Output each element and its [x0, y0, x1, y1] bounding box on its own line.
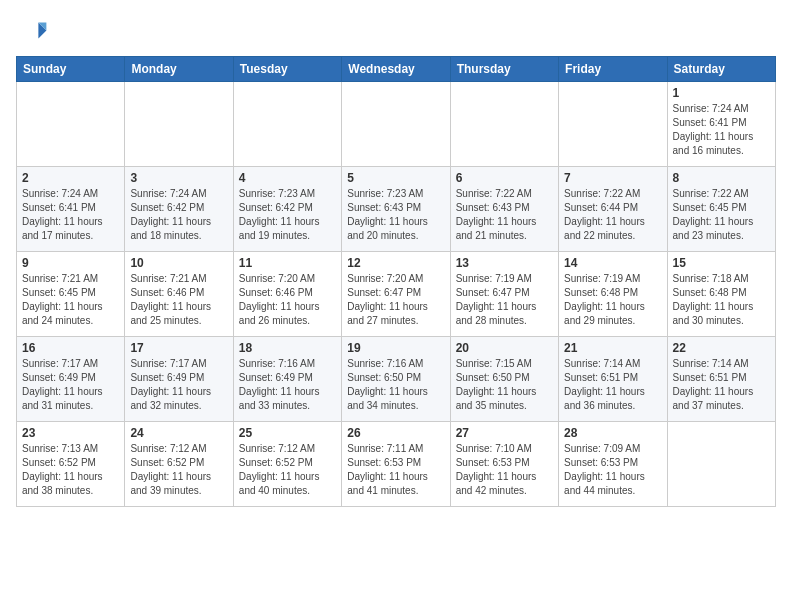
calendar-cell: 16Sunrise: 7:17 AM Sunset: 6:49 PM Dayli…	[17, 337, 125, 422]
calendar-cell: 17Sunrise: 7:17 AM Sunset: 6:49 PM Dayli…	[125, 337, 233, 422]
day-number: 4	[239, 171, 336, 185]
day-number: 2	[22, 171, 119, 185]
day-info: Sunrise: 7:21 AM Sunset: 6:46 PM Dayligh…	[130, 272, 227, 328]
calendar-cell: 24Sunrise: 7:12 AM Sunset: 6:52 PM Dayli…	[125, 422, 233, 507]
day-header-monday: Monday	[125, 57, 233, 82]
calendar-cell: 13Sunrise: 7:19 AM Sunset: 6:47 PM Dayli…	[450, 252, 558, 337]
calendar-cell: 5Sunrise: 7:23 AM Sunset: 6:43 PM Daylig…	[342, 167, 450, 252]
logo	[16, 16, 52, 48]
day-number: 20	[456, 341, 553, 355]
day-info: Sunrise: 7:14 AM Sunset: 6:51 PM Dayligh…	[564, 357, 661, 413]
calendar-week-row: 1Sunrise: 7:24 AM Sunset: 6:41 PM Daylig…	[17, 82, 776, 167]
day-number: 25	[239, 426, 336, 440]
calendar-cell	[17, 82, 125, 167]
day-info: Sunrise: 7:24 AM Sunset: 6:41 PM Dayligh…	[22, 187, 119, 243]
calendar-week-row: 23Sunrise: 7:13 AM Sunset: 6:52 PM Dayli…	[17, 422, 776, 507]
page-header	[16, 16, 776, 48]
day-number: 11	[239, 256, 336, 270]
day-number: 10	[130, 256, 227, 270]
calendar-cell: 3Sunrise: 7:24 AM Sunset: 6:42 PM Daylig…	[125, 167, 233, 252]
day-number: 21	[564, 341, 661, 355]
calendar-week-row: 2Sunrise: 7:24 AM Sunset: 6:41 PM Daylig…	[17, 167, 776, 252]
day-info: Sunrise: 7:10 AM Sunset: 6:53 PM Dayligh…	[456, 442, 553, 498]
calendar-cell: 20Sunrise: 7:15 AM Sunset: 6:50 PM Dayli…	[450, 337, 558, 422]
calendar-cell: 27Sunrise: 7:10 AM Sunset: 6:53 PM Dayli…	[450, 422, 558, 507]
day-number: 19	[347, 341, 444, 355]
day-info: Sunrise: 7:19 AM Sunset: 6:47 PM Dayligh…	[456, 272, 553, 328]
day-number: 5	[347, 171, 444, 185]
day-number: 16	[22, 341, 119, 355]
day-info: Sunrise: 7:23 AM Sunset: 6:42 PM Dayligh…	[239, 187, 336, 243]
calendar-cell: 9Sunrise: 7:21 AM Sunset: 6:45 PM Daylig…	[17, 252, 125, 337]
day-info: Sunrise: 7:20 AM Sunset: 6:47 PM Dayligh…	[347, 272, 444, 328]
day-info: Sunrise: 7:16 AM Sunset: 6:49 PM Dayligh…	[239, 357, 336, 413]
calendar-cell: 28Sunrise: 7:09 AM Sunset: 6:53 PM Dayli…	[559, 422, 667, 507]
logo-icon	[16, 16, 48, 48]
day-info: Sunrise: 7:24 AM Sunset: 6:42 PM Dayligh…	[130, 187, 227, 243]
day-number: 7	[564, 171, 661, 185]
day-header-friday: Friday	[559, 57, 667, 82]
day-number: 3	[130, 171, 227, 185]
day-number: 9	[22, 256, 119, 270]
day-number: 22	[673, 341, 770, 355]
day-info: Sunrise: 7:22 AM Sunset: 6:45 PM Dayligh…	[673, 187, 770, 243]
calendar-cell: 6Sunrise: 7:22 AM Sunset: 6:43 PM Daylig…	[450, 167, 558, 252]
calendar-cell: 23Sunrise: 7:13 AM Sunset: 6:52 PM Dayli…	[17, 422, 125, 507]
day-info: Sunrise: 7:15 AM Sunset: 6:50 PM Dayligh…	[456, 357, 553, 413]
calendar-cell: 12Sunrise: 7:20 AM Sunset: 6:47 PM Dayli…	[342, 252, 450, 337]
day-number: 15	[673, 256, 770, 270]
day-info: Sunrise: 7:14 AM Sunset: 6:51 PM Dayligh…	[673, 357, 770, 413]
day-number: 6	[456, 171, 553, 185]
day-number: 24	[130, 426, 227, 440]
calendar-cell: 14Sunrise: 7:19 AM Sunset: 6:48 PM Dayli…	[559, 252, 667, 337]
calendar-cell: 4Sunrise: 7:23 AM Sunset: 6:42 PM Daylig…	[233, 167, 341, 252]
day-info: Sunrise: 7:09 AM Sunset: 6:53 PM Dayligh…	[564, 442, 661, 498]
day-info: Sunrise: 7:22 AM Sunset: 6:43 PM Dayligh…	[456, 187, 553, 243]
day-info: Sunrise: 7:22 AM Sunset: 6:44 PM Dayligh…	[564, 187, 661, 243]
day-info: Sunrise: 7:24 AM Sunset: 6:41 PM Dayligh…	[673, 102, 770, 158]
calendar-cell: 2Sunrise: 7:24 AM Sunset: 6:41 PM Daylig…	[17, 167, 125, 252]
day-number: 18	[239, 341, 336, 355]
day-number: 8	[673, 171, 770, 185]
calendar-cell: 26Sunrise: 7:11 AM Sunset: 6:53 PM Dayli…	[342, 422, 450, 507]
day-info: Sunrise: 7:16 AM Sunset: 6:50 PM Dayligh…	[347, 357, 444, 413]
calendar-cell	[559, 82, 667, 167]
day-header-tuesday: Tuesday	[233, 57, 341, 82]
calendar-week-row: 9Sunrise: 7:21 AM Sunset: 6:45 PM Daylig…	[17, 252, 776, 337]
day-info: Sunrise: 7:17 AM Sunset: 6:49 PM Dayligh…	[130, 357, 227, 413]
calendar-cell: 8Sunrise: 7:22 AM Sunset: 6:45 PM Daylig…	[667, 167, 775, 252]
calendar-cell: 21Sunrise: 7:14 AM Sunset: 6:51 PM Dayli…	[559, 337, 667, 422]
calendar-cell: 1Sunrise: 7:24 AM Sunset: 6:41 PM Daylig…	[667, 82, 775, 167]
day-number: 23	[22, 426, 119, 440]
day-info: Sunrise: 7:19 AM Sunset: 6:48 PM Dayligh…	[564, 272, 661, 328]
day-info: Sunrise: 7:17 AM Sunset: 6:49 PM Dayligh…	[22, 357, 119, 413]
calendar-cell	[125, 82, 233, 167]
day-info: Sunrise: 7:12 AM Sunset: 6:52 PM Dayligh…	[130, 442, 227, 498]
calendar-cell: 18Sunrise: 7:16 AM Sunset: 6:49 PM Dayli…	[233, 337, 341, 422]
calendar-cell: 11Sunrise: 7:20 AM Sunset: 6:46 PM Dayli…	[233, 252, 341, 337]
day-number: 28	[564, 426, 661, 440]
calendar-cell	[233, 82, 341, 167]
calendar-header-row: SundayMondayTuesdayWednesdayThursdayFrid…	[17, 57, 776, 82]
day-number: 27	[456, 426, 553, 440]
calendar-table: SundayMondayTuesdayWednesdayThursdayFrid…	[16, 56, 776, 507]
day-number: 12	[347, 256, 444, 270]
day-number: 13	[456, 256, 553, 270]
calendar-cell	[342, 82, 450, 167]
day-header-thursday: Thursday	[450, 57, 558, 82]
calendar-cell: 19Sunrise: 7:16 AM Sunset: 6:50 PM Dayli…	[342, 337, 450, 422]
calendar-cell: 15Sunrise: 7:18 AM Sunset: 6:48 PM Dayli…	[667, 252, 775, 337]
calendar-cell: 25Sunrise: 7:12 AM Sunset: 6:52 PM Dayli…	[233, 422, 341, 507]
calendar-cell: 10Sunrise: 7:21 AM Sunset: 6:46 PM Dayli…	[125, 252, 233, 337]
day-number: 17	[130, 341, 227, 355]
calendar-cell: 7Sunrise: 7:22 AM Sunset: 6:44 PM Daylig…	[559, 167, 667, 252]
day-number: 1	[673, 86, 770, 100]
day-info: Sunrise: 7:12 AM Sunset: 6:52 PM Dayligh…	[239, 442, 336, 498]
day-number: 14	[564, 256, 661, 270]
day-info: Sunrise: 7:13 AM Sunset: 6:52 PM Dayligh…	[22, 442, 119, 498]
calendar-cell	[450, 82, 558, 167]
day-header-wednesday: Wednesday	[342, 57, 450, 82]
day-info: Sunrise: 7:11 AM Sunset: 6:53 PM Dayligh…	[347, 442, 444, 498]
day-header-sunday: Sunday	[17, 57, 125, 82]
day-info: Sunrise: 7:21 AM Sunset: 6:45 PM Dayligh…	[22, 272, 119, 328]
